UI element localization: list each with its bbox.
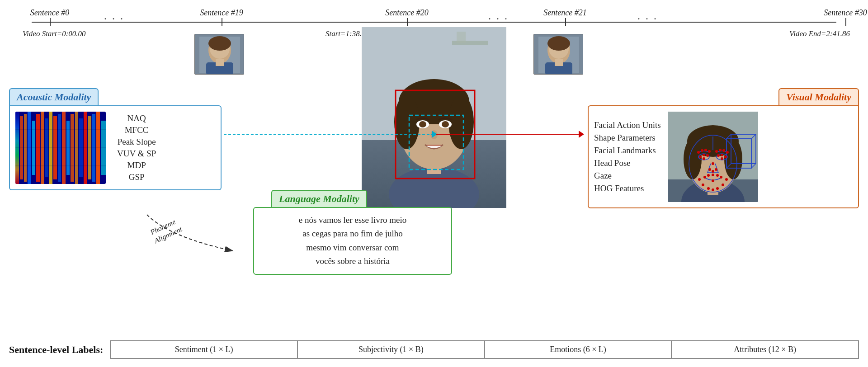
sentence-30-label: Sentence #30 — [824, 8, 867, 18]
svg-point-85 — [704, 149, 707, 151]
language-header-text: Language Modality — [279, 193, 359, 204]
svg-point-80 — [716, 187, 719, 190]
svg-point-108 — [712, 179, 714, 182]
svg-point-82 — [725, 178, 728, 181]
acoustic-header: Acoustic Modality — [9, 88, 99, 106]
language-text-line1: e nós vamos ler esse livro meio — [261, 213, 444, 227]
svg-point-88 — [719, 149, 722, 151]
language-text-line3: mesmo vim conversar com — [261, 241, 444, 254]
visual-box: Facial Action Units Shape Parameters Fac… — [588, 105, 859, 208]
feature-mdp: MDP — [127, 160, 146, 170]
acoustic-section: Acoustic Modality — [9, 88, 222, 190]
svg-rect-18 — [457, 32, 466, 43]
svg-point-89 — [722, 149, 725, 152]
svg-point-107 — [720, 176, 722, 179]
sentence-0-label: Sentence #0 — [30, 8, 69, 18]
main-video-frame — [362, 27, 506, 208]
video-start-label: Video Start=0:00.00 — [23, 29, 86, 38]
svg-point-27 — [419, 121, 426, 127]
svg-point-92 — [703, 154, 705, 156]
main-container: Sentence #0 Sentence #19 Sentence #20 Se… — [0, 0, 868, 367]
label-sentiment: Sentiment (1 × L) — [110, 340, 297, 359]
visual-feature-1: Shape Parameters — [594, 133, 661, 143]
svg-point-76 — [698, 178, 701, 181]
tick-30 — [845, 18, 846, 26]
acoustic-features: NAQ MFCC Peak Slope VUV & SP MDP GSP — [113, 113, 156, 182]
svg-point-83 — [697, 151, 700, 154]
feature-naq: NAQ — [127, 113, 146, 123]
acoustic-dashed-line — [224, 134, 434, 135]
visual-section: Visual Modality Facial Action Units Shap… — [588, 88, 859, 208]
acoustic-header-text: Acoustic Modality — [17, 91, 91, 103]
video-end-label: Video End=2:41.86 — [789, 29, 850, 38]
spectrogram — [15, 112, 106, 184]
svg-rect-6 — [216, 59, 224, 66]
language-box: e nós vamos ler esse livro meio as cegas… — [253, 207, 452, 275]
svg-point-81 — [722, 184, 724, 186]
tick-21 — [565, 18, 566, 26]
timeline-line — [32, 22, 836, 23]
svg-rect-13 — [555, 59, 563, 66]
sentence-21-label: Sentence #21 — [543, 8, 586, 18]
dots-3: · · · — [637, 13, 658, 25]
language-section: Language Modality e nós vamos ler esse l… — [253, 190, 452, 275]
thumbnail-19 — [194, 34, 244, 75]
svg-point-4 — [208, 36, 231, 51]
svg-point-106 — [716, 174, 719, 177]
svg-point-93 — [706, 154, 709, 157]
feature-mfcc: MFCC — [125, 125, 149, 135]
svg-point-99 — [712, 162, 714, 165]
svg-point-86 — [708, 150, 711, 153]
language-text-line2: as cegas para no fim de julho — [261, 227, 444, 240]
svg-point-65 — [724, 139, 742, 179]
label-subjectivity: Subjectivity (1 × B) — [297, 340, 484, 359]
svg-point-105 — [712, 174, 714, 176]
svg-point-84 — [701, 149, 703, 152]
svg-point-97 — [724, 155, 727, 158]
visual-feature-5: HOG Features — [594, 184, 661, 193]
visual-face-image — [668, 112, 758, 202]
svg-point-96 — [721, 154, 723, 156]
acoustic-box: NAQ MFCC Peak Slope VUV & SP MDP GSP — [9, 105, 222, 190]
feature-gsp: GSP — [129, 172, 145, 182]
svg-point-95 — [717, 154, 720, 157]
svg-point-94 — [703, 157, 705, 160]
label-emotions: Emotions (6 × L) — [484, 340, 671, 359]
svg-point-91 — [699, 155, 702, 158]
svg-point-77 — [702, 184, 704, 186]
visual-features: Facial Action Units Shape Parameters Fac… — [594, 120, 661, 193]
dots-1: · · · — [104, 13, 124, 25]
svg-point-98 — [721, 157, 723, 160]
svg-point-87 — [715, 150, 718, 153]
phoneme-arrow-container: Phoneme Alignment — [133, 210, 251, 266]
svg-point-78 — [707, 187, 710, 190]
feature-vuvsp: VUV & SP — [117, 149, 156, 159]
feature-peakslope: Peak Slope — [118, 137, 156, 147]
visual-feature-4: Gaze — [594, 171, 661, 181]
svg-point-104 — [707, 174, 710, 177]
visual-header: Visual Modality — [778, 88, 859, 106]
language-header: Language Modality — [271, 190, 367, 208]
tick-19 — [222, 18, 222, 26]
dots-2: · · · — [488, 13, 509, 25]
label-attributes: Attributes (12 × B) — [671, 340, 859, 359]
svg-point-101 — [712, 170, 714, 173]
visual-feature-3: Head Pose — [594, 158, 661, 168]
visual-red-line — [436, 134, 581, 135]
svg-point-24 — [448, 95, 474, 149]
visual-feature-0: Facial Action Units — [594, 120, 661, 130]
svg-point-103 — [703, 176, 706, 179]
svg-point-28 — [442, 121, 449, 127]
red-arrow — [579, 131, 584, 138]
svg-point-64 — [684, 139, 702, 179]
tick-20 — [407, 18, 408, 26]
visual-feature-2: Facial Landmarks — [594, 146, 661, 155]
tick-0 — [50, 18, 51, 26]
sentence-19-label: Sentence #19 — [200, 8, 243, 18]
thumbnail-21 — [533, 34, 583, 75]
language-text-line4: vocês sobre a história — [261, 254, 444, 268]
labels-title: Sentence-level Labels: — [9, 344, 103, 356]
visual-header-text: Visual Modality — [786, 91, 851, 103]
sentence-20-label: Sentence #20 — [385, 8, 428, 18]
svg-point-79 — [712, 188, 714, 191]
